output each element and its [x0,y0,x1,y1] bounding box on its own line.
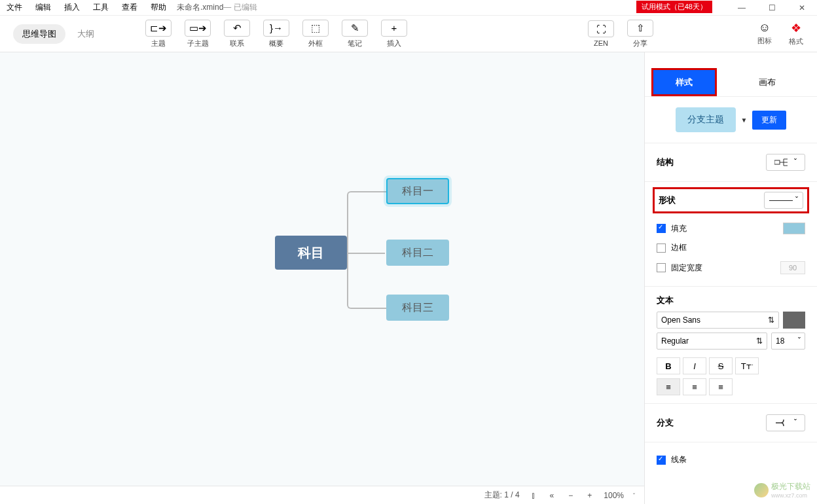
tool-summary[interactable]: }→ 概要 [261,20,292,48]
chevron-down-icon[interactable]: ˇ [633,492,635,499]
view-outline-button[interactable]: 大纲 [68,24,103,44]
text-transform-button[interactable]: Tᴛˇ [735,357,759,374]
font-weight-select[interactable]: Regular ⇅ [657,333,767,350]
updown-icon: ⇅ [768,315,774,325]
view-mindmap-button[interactable]: 思维导图 [13,24,65,44]
italic-button[interactable]: I [683,357,706,374]
structure-picker[interactable]: ˇ [766,154,805,171]
share-icon: ⇧ [627,20,653,37]
tool-topic[interactable]: ⊏➔ 主题 [143,20,174,48]
subtopic-node-1[interactable]: 科目一 [386,178,449,204]
collapse-button[interactable]: « [547,491,557,500]
menu-insert[interactable]: 插入 [58,2,86,13]
panel-tab-style[interactable]: 样式 [651,68,717,96]
watermark-icon [754,483,769,497]
chevron-down-icon: ˇ [752,363,753,369]
text-section-label: 文本 [657,295,805,306]
topic-type-chip[interactable]: 分支主题 [676,107,736,132]
topic-type-dropdown[interactable]: ▼ [741,117,748,124]
zoom-in-button[interactable]: + [585,491,594,500]
line-label: 线条 [671,454,687,465]
tool-note[interactable]: ✎ 笔记 [339,20,371,48]
zoom-out-button[interactable]: − [566,491,575,500]
align-right-button[interactable]: ≡ [709,378,733,395]
connector [367,191,386,192]
subtopic-node-2[interactable]: 科目二 [386,240,449,266]
update-style-button[interactable]: 更新 [752,111,786,130]
fill-checkbox[interactable] [657,224,666,233]
tool-subtopic[interactable]: ▭➔ 子主题 [182,20,213,48]
font-color-swatch[interactable] [783,312,805,329]
brush-icon: ❖ [791,21,801,35]
svg-rect-0 [774,160,780,164]
boundary-icon: ⬚ [302,20,329,37]
tool-boundary[interactable]: ⬚ 外框 [300,20,331,48]
subtopic-node-3[interactable]: 科目三 [386,295,449,321]
window-minimize[interactable]: — [727,0,757,16]
chevron-down-icon: ˇ [798,336,801,346]
topic-icon: ⊏➔ [145,20,172,37]
tool-share[interactable]: ⇧ 分享 [625,20,656,48]
note-icon: ✎ [342,20,368,37]
line-shape-icon: ——— [769,196,793,205]
format-panel: 样式 画布 分支主题 ▼ 更新 结构 ˇ 形状 ——— ˇ [644,52,817,504]
connector [347,253,367,309]
chevron-down-icon: ˇ [795,196,798,205]
summary-icon: }→ [263,20,289,37]
updown-icon: ⇅ [756,336,763,346]
fill-label: 填充 [671,223,687,234]
align-center-button[interactable]: ≡ [683,378,706,395]
tool-relationship[interactable]: ↶ 联系 [221,20,253,48]
fixed-width-checkbox[interactable] [657,263,666,272]
icon-panel-button[interactable]: ☺ 图标 [750,21,779,46]
fixed-width-input[interactable] [780,261,805,274]
zoom-level[interactable]: 100% [604,491,624,500]
tool-insert[interactable]: + 插入 [378,20,410,48]
border-label: 边框 [671,242,687,253]
menu-edit[interactable]: 编辑 [29,2,58,13]
connector [367,308,386,309]
branch-label: 分支 [657,417,674,429]
font-size-select[interactable]: 18 ˇ [771,333,805,350]
tool-zen[interactable]: ⛶ ZEN [585,20,617,47]
root-node[interactable]: 科目 [275,236,347,270]
connector [347,191,367,253]
watermark: 极光下载站 www.xz7.com [754,481,810,499]
minimap-button[interactable]: ⫿ [529,491,538,500]
branch-picker[interactable]: ˇ [766,414,805,431]
emoji-icon: ☺ [759,21,771,35]
strike-button[interactable]: S [709,357,733,374]
menu-file[interactable]: 文件 [0,2,29,13]
align-left-button[interactable]: ≡ [657,378,680,395]
menu-help[interactable]: 帮助 [144,2,173,13]
menu-tools[interactable]: 工具 [86,2,115,13]
bold-button[interactable]: B [657,357,680,374]
chevron-down-icon: ˇ [794,418,797,427]
window-maximize[interactable]: ☐ [757,0,787,16]
menu-view[interactable]: 查看 [115,2,144,13]
shape-label: 形状 [659,194,676,206]
zen-icon: ⛶ [588,20,614,37]
border-checkbox[interactable] [657,243,666,253]
structure-label: 结构 [657,156,674,168]
line-checkbox[interactable] [657,456,666,465]
chevron-down-icon: ˇ [794,158,797,167]
structure-icon [774,158,791,167]
document-edited-indicator: — 已编辑 [223,2,257,13]
branch-icon [774,418,791,427]
fill-color-swatch[interactable] [783,223,805,234]
window-close[interactable]: ✕ [787,0,817,16]
font-family-select[interactable]: Open Sans ⇅ [657,312,779,329]
format-panel-button[interactable]: ❖ 格式 [782,21,810,46]
insert-icon: + [381,20,407,37]
relationship-icon: ↶ [224,20,250,37]
trial-badge[interactable]: 试用模式（已48天） [636,1,712,13]
fixed-width-label: 固定宽度 [671,262,702,274]
document-filename: 未命名.xmind [173,2,223,13]
shape-picker[interactable]: ——— ˇ [764,192,803,209]
mindmap-canvas[interactable]: 科目 科目一 科目二 科目三 [0,52,644,504]
subtopic-icon: ▭➔ [185,20,211,37]
panel-tab-canvas[interactable]: 画布 [717,68,817,96]
topic-count: 主题: 1 / 4 [484,490,520,501]
